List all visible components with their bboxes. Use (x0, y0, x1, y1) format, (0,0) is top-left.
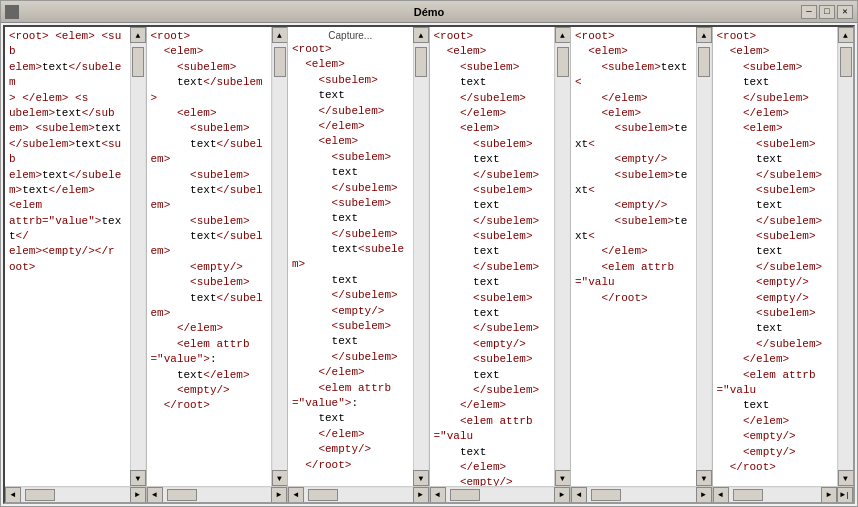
scroll-left-btn[interactable]: ◄ (288, 487, 304, 503)
scroll-track (697, 43, 711, 470)
scroll-track-h (446, 488, 555, 502)
scroll-track-h (587, 488, 696, 502)
pane-6-vscroll[interactable]: ▲ ▼ (837, 27, 853, 486)
scroll-thumb[interactable] (698, 47, 710, 77)
scroll-up-btn[interactable]: ▲ (272, 27, 288, 43)
pane-3: Capture... <root> <elem> <subelem> text … (288, 27, 430, 502)
scroll-left-btn[interactable]: ◄ (147, 487, 163, 503)
scroll-thumb[interactable] (132, 47, 144, 77)
pane-1-scroll-area[interactable]: <root> <elem> <subelem>text</subelem> </… (5, 27, 130, 486)
pane-5-scroll-area[interactable]: <root> <elem> <subelem>text< </elem> <el… (571, 27, 696, 486)
scroll-thumb-h[interactable] (308, 489, 338, 501)
scroll-left-btn[interactable]: ◄ (713, 487, 729, 503)
pane-6: <root> <elem> <subelem> text </subelem> … (713, 27, 854, 502)
scroll-right-btn[interactable]: ► (130, 487, 146, 503)
app-icon (5, 5, 19, 19)
scroll-right-btn[interactable]: ► (413, 487, 429, 503)
pane-5-inner: <root> <elem> <subelem>text< </elem> <el… (571, 27, 712, 486)
pane-1-hscroll[interactable]: ◄ ► (5, 486, 146, 502)
pane-5-content: <root> <elem> <subelem>text< </elem> <el… (575, 29, 692, 306)
scroll-track (273, 43, 287, 470)
window-title: Démo (414, 6, 445, 18)
scroll-track (414, 43, 428, 470)
maximize-button[interactable]: □ (819, 5, 835, 19)
scroll-track (556, 43, 570, 470)
pane-2-scroll-area[interactable]: <root> <elem> <subelem> text</subelem> <… (147, 27, 272, 486)
scroll-thumb[interactable] (557, 47, 569, 77)
scroll-down-btn[interactable]: ▼ (413, 470, 429, 486)
pane-4-hscroll[interactable]: ◄ ► (430, 486, 571, 502)
pane-2-inner: <root> <elem> <subelem> text</subelem> <… (147, 27, 288, 486)
pane-3-vscroll[interactable]: ▲ ▼ (413, 27, 429, 486)
scroll-left-btn[interactable]: ◄ (571, 487, 587, 503)
close-button[interactable]: ✕ (837, 5, 853, 19)
scroll-thumb[interactable] (840, 47, 852, 77)
pane-4-content: <root> <elem> <subelem> text </subelem> … (434, 29, 551, 486)
title-bar: Démo — □ ✕ (1, 1, 857, 23)
pane-1-inner: <root> <elem> <subelem>text</subelem> </… (5, 27, 146, 486)
pane-2-vscroll[interactable]: ▲ ▼ (271, 27, 287, 486)
scroll-thumb[interactable] (415, 47, 427, 77)
scroll-thumb[interactable] (274, 47, 286, 77)
pane-4-inner: <root> <elem> <subelem> text </subelem> … (430, 27, 571, 486)
pane-3-inner: Capture... <root> <elem> <subelem> text … (288, 27, 429, 486)
pane-1-vscroll[interactable]: ▲ ▼ (130, 27, 146, 486)
scroll-thumb-h[interactable] (733, 489, 763, 501)
scroll-track-h (21, 488, 130, 502)
scroll-down-btn[interactable]: ▼ (130, 470, 146, 486)
scroll-thumb-h[interactable] (450, 489, 480, 501)
pane-2-hscroll[interactable]: ◄ ► (147, 486, 288, 502)
pane-2-content: <root> <elem> <subelem> text</subelem> <… (151, 29, 268, 414)
scroll-up-btn[interactable]: ▲ (130, 27, 146, 43)
scroll-right-btn[interactable]: ► (554, 487, 570, 503)
pane-4: <root> <elem> <subelem> text </subelem> … (430, 27, 572, 502)
scroll-thumb-h[interactable] (167, 489, 197, 501)
pane-6-content: <root> <elem> <subelem> text </subelem> … (717, 29, 834, 475)
pane-3-content: <root> <elem> <subelem> text </subelem> … (292, 42, 409, 473)
scroll-down-btn[interactable]: ▼ (555, 470, 571, 486)
pane-2: <root> <elem> <subelem> text</subelem> <… (147, 27, 289, 502)
scroll-up-btn[interactable]: ▲ (696, 27, 712, 43)
scroll-down-btn[interactable]: ▼ (696, 470, 712, 486)
pane-3-hscroll[interactable]: ◄ ► (288, 486, 429, 502)
pane-1-content: <root> <elem> <subelem>text</subelem> </… (9, 29, 126, 275)
scroll-left-btn[interactable]: ◄ (430, 487, 446, 503)
minimize-button[interactable]: — (801, 5, 817, 19)
svg-rect-0 (7, 7, 17, 17)
pane-3-scroll-area[interactable]: Capture... <root> <elem> <subelem> text … (288, 27, 413, 486)
main-window: Démo — □ ✕ <root> <elem> <subelem>text</… (0, 0, 858, 507)
scroll-thumb-h[interactable] (25, 489, 55, 501)
pane-5: <root> <elem> <subelem>text< </elem> <el… (571, 27, 713, 502)
scroll-track-h (163, 488, 272, 502)
pane-1: <root> <elem> <subelem>text</subelem> </… (5, 27, 147, 502)
scroll-track-h (729, 488, 822, 502)
pane-5-vscroll[interactable]: ▲ ▼ (696, 27, 712, 486)
scroll-up-btn[interactable]: ▲ (413, 27, 429, 43)
scroll-track (839, 43, 853, 470)
content-area: <root> <elem> <subelem>text</subelem> </… (3, 25, 855, 504)
window-controls: — □ ✕ (801, 5, 853, 19)
scroll-track-h (304, 488, 413, 502)
scroll-left-btn[interactable]: ◄ (5, 487, 21, 503)
capture-label: Capture... (292, 29, 409, 42)
pane-6-hscroll[interactable]: ◄ ► ►| (713, 486, 854, 502)
scroll-down-btn[interactable]: ▼ (838, 470, 854, 486)
scroll-thumb-h[interactable] (591, 489, 621, 501)
scroll-up-btn[interactable]: ▲ (838, 27, 854, 43)
scroll-down-btn[interactable]: ▼ (272, 470, 288, 486)
pane-4-scroll-area[interactable]: <root> <elem> <subelem> text </subelem> … (430, 27, 555, 486)
scroll-up-btn[interactable]: ▲ (555, 27, 571, 43)
scroll-track (131, 43, 145, 470)
scroll-right-end-btn[interactable]: ►| (837, 487, 853, 503)
title-bar-left (5, 5, 19, 19)
pane-6-inner: <root> <elem> <subelem> text </subelem> … (713, 27, 854, 486)
pane-4-vscroll[interactable]: ▲ ▼ (554, 27, 570, 486)
scroll-right-btn[interactable]: ► (271, 487, 287, 503)
scroll-right-btn[interactable]: ► (696, 487, 712, 503)
pane-5-hscroll[interactable]: ◄ ► (571, 486, 712, 502)
scroll-right-btn[interactable]: ► (821, 487, 837, 503)
pane-6-scroll-area[interactable]: <root> <elem> <subelem> text </subelem> … (713, 27, 838, 486)
